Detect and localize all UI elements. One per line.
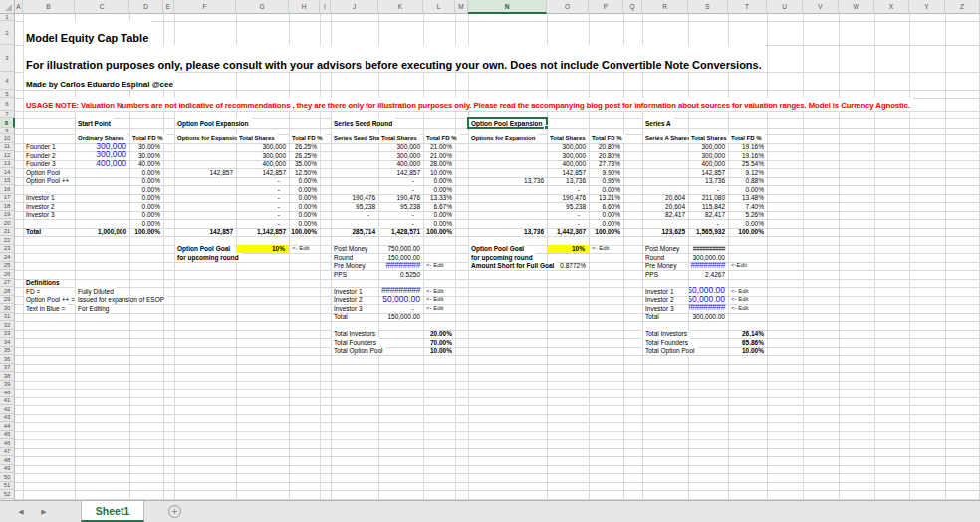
- row-header-30[interactable]: 30: [0, 304, 15, 313]
- col-header-G[interactable]: G: [236, 0, 289, 14]
- cell-C30[interactable]: For Editing: [76, 304, 112, 313]
- row-header-6[interactable]: 6: [0, 98, 15, 111]
- cell-T19[interactable]: 5.26%: [729, 211, 767, 220]
- cell-T28[interactable]: <- Edit: [729, 287, 767, 296]
- row-header-21[interactable]: 21: [0, 228, 15, 237]
- cell-S20[interactable]: -: [689, 219, 728, 228]
- cell-S29[interactable]: 50,000.00: [689, 296, 728, 305]
- col-header-T[interactable]: T: [728, 0, 767, 14]
- cell-O14[interactable]: 142,857: [548, 168, 589, 177]
- cell-D17[interactable]: 0.00%: [130, 194, 163, 203]
- row-header-23[interactable]: 23: [0, 245, 15, 254]
- cell-T25[interactable]: <-Edit: [729, 262, 767, 271]
- row-header-31[interactable]: 31: [0, 313, 15, 322]
- cell-T18[interactable]: 7.40%: [729, 202, 767, 211]
- row-header-39[interactable]: 39: [0, 381, 15, 390]
- cell-G15[interactable]: -: [237, 177, 289, 186]
- cell-G11[interactable]: 300,000: [237, 143, 289, 152]
- col-header-R[interactable]: R: [642, 0, 688, 14]
- sheet-nav-right-icon[interactable]: ▶: [37, 505, 51, 519]
- cell-L14[interactable]: 10.00%: [424, 168, 455, 177]
- cell-R8[interactable]: Series A: [643, 118, 674, 128]
- row-header-18[interactable]: 18: [0, 202, 15, 211]
- col-header-Q[interactable]: Q: [623, 0, 642, 14]
- cell-G23[interactable]: 10%: [237, 245, 289, 254]
- row-header-10[interactable]: 10: [0, 134, 15, 143]
- cell-B30[interactable]: Text in Blue =: [24, 304, 68, 313]
- cell-O17[interactable]: 190,476: [548, 194, 589, 203]
- cell-K16[interactable]: -: [379, 185, 423, 194]
- row-header-12[interactable]: 12: [0, 151, 15, 160]
- cell-P20[interactable]: 0.00%: [590, 219, 623, 228]
- cell-K28[interactable]: #########: [379, 287, 423, 296]
- cell-D13[interactable]: 40.00%: [130, 160, 163, 169]
- row-header-47[interactable]: 47: [0, 448, 15, 457]
- col-header-L[interactable]: L: [423, 0, 455, 14]
- cell-L12[interactable]: 21.00%: [424, 151, 455, 160]
- cell-P16[interactable]: 0.00%: [590, 185, 623, 194]
- row-header-49[interactable]: 49: [0, 465, 15, 474]
- row-header-20[interactable]: 20: [0, 219, 15, 228]
- cell-C12[interactable]: 300,000: [76, 151, 129, 160]
- cell-R35[interactable]: Total Option Pool: [643, 347, 698, 356]
- cell-O16[interactable]: -: [548, 185, 589, 194]
- cell-L13[interactable]: 28.00%: [424, 160, 455, 169]
- cell-G19[interactable]: -: [237, 211, 289, 220]
- col-header-K[interactable]: K: [378, 0, 423, 14]
- cell-L29[interactable]: <- Edit: [424, 296, 455, 305]
- cell-D11[interactable]: 30.00%: [130, 143, 163, 152]
- cell-C11[interactable]: 300,000: [76, 143, 129, 152]
- cell-T34[interactable]: 65.86%: [729, 338, 767, 347]
- row-header-51[interactable]: 51: [0, 482, 15, 491]
- cell-P12[interactable]: 20.80%: [590, 151, 623, 160]
- cell-G17[interactable]: -: [237, 194, 289, 203]
- cell-K18[interactable]: 95,238: [379, 202, 423, 211]
- cell-L30[interactable]: <- Edit: [424, 304, 455, 313]
- cell-B4[interactable]: Made by Carlos Eduardo Espinal @cee: [24, 72, 176, 90]
- cell-K19[interactable]: -: [379, 211, 423, 220]
- row-header-22[interactable]: 22: [0, 236, 15, 245]
- cell-P23[interactable]: <- Edit: [590, 245, 623, 254]
- cell-B19[interactable]: Investor 3: [24, 211, 75, 220]
- cell-O10[interactable]: Total Shares: [548, 134, 589, 143]
- col-header-Z[interactable]: Z: [945, 0, 980, 14]
- cell-P15[interactable]: 0.95%: [590, 177, 623, 186]
- row-header-40[interactable]: 40: [0, 389, 15, 397]
- cell-R33[interactable]: Total Investors: [643, 330, 690, 339]
- col-header-E[interactable]: E: [163, 0, 174, 14]
- cell-H19[interactable]: 0.00%: [290, 211, 320, 220]
- row-header-7[interactable]: 7: [0, 111, 15, 118]
- cell-J34[interactable]: Total Founders: [332, 338, 379, 347]
- cell-R31[interactable]: Total: [643, 313, 688, 322]
- cell-S17[interactable]: 211,080: [689, 194, 728, 203]
- row-header-41[interactable]: 41: [0, 397, 15, 406]
- cell-O15[interactable]: 13,736: [548, 177, 589, 186]
- cell-J25[interactable]: Pre Money: [332, 262, 378, 271]
- col-header-M[interactable]: M: [455, 0, 468, 14]
- cell-K11[interactable]: 300,000: [379, 143, 423, 152]
- cell-T33[interactable]: 26.14%: [729, 330, 767, 339]
- cell-B3[interactable]: For illustration purposes only, please c…: [24, 45, 765, 72]
- row-header-17[interactable]: 17: [0, 194, 15, 203]
- cell-B29[interactable]: Option Pool ++ =: [24, 296, 78, 305]
- row-header-16[interactable]: 16: [0, 185, 15, 194]
- cell-T16[interactable]: 0.00%: [729, 185, 767, 194]
- row-header-14[interactable]: 14: [0, 168, 15, 177]
- cell-C21[interactable]: 1,000,000: [76, 228, 129, 237]
- cell-K15[interactable]: -: [379, 177, 423, 186]
- fill-handle[interactable]: [544, 125, 549, 130]
- cell-H15[interactable]: 0.00%: [290, 177, 320, 186]
- cell-D12[interactable]: 30.00%: [130, 151, 163, 160]
- cell-F24[interactable]: for upcoming round: [175, 253, 242, 262]
- cell-S21[interactable]: 1,565,932: [689, 228, 728, 237]
- col-header-A[interactable]: A: [15, 0, 23, 14]
- cell-H11[interactable]: 26.25%: [290, 143, 320, 152]
- cell-T17[interactable]: 13.48%: [729, 194, 767, 203]
- row-header-3[interactable]: 3: [0, 45, 15, 72]
- cell-C28[interactable]: Fully Diluted: [76, 287, 117, 296]
- cell-S26[interactable]: 2.4267: [689, 270, 728, 279]
- cell-N15[interactable]: 13,736: [469, 177, 547, 186]
- row-header-33[interactable]: 33: [0, 330, 15, 339]
- cell-J21[interactable]: 285,714: [332, 228, 378, 237]
- cell-N25[interactable]: Amount Short for Full Goal: [469, 262, 557, 271]
